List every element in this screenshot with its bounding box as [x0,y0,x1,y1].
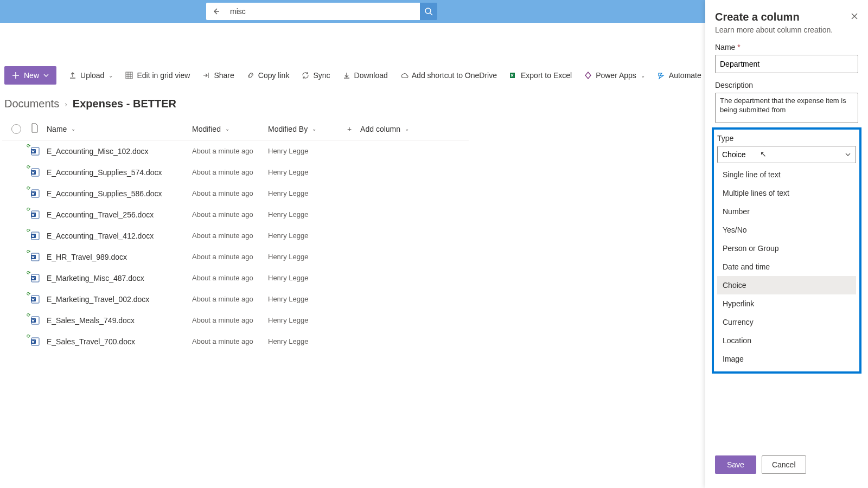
type-option[interactable]: Currency [717,313,856,331]
type-option[interactable]: Multiple lines of text [717,184,856,202]
type-option[interactable]: Person or Group [717,239,856,258]
edit-grid-button[interactable]: Edit in grid view [119,68,195,83]
upload-button[interactable]: Upload ⌄ [63,68,118,83]
panel-title: Create a column [715,11,800,23]
file-name[interactable]: E_Sales_Travel_700.docx [47,337,192,346]
export-excel-button[interactable]: Export to Excel [503,68,577,83]
type-option[interactable]: Single line of text [717,165,856,184]
file-modified-by: Henry Legge [268,168,347,176]
download-button[interactable]: Download [337,68,393,83]
table-row[interactable]: ⟳E_Marketing_Misc_487.docxAbout a minute… [2,267,469,288]
column-header-modified[interactable]: Modified⌄ [192,125,268,133]
file-name[interactable]: E_Accounting_Supplies_586.docx [47,189,192,198]
share-button[interactable]: Share [196,68,239,83]
file-modified: About a minute ago [192,147,268,155]
type-option[interactable]: Choice [717,276,856,294]
copy-link-label: Copy link [258,71,290,80]
copy-link-button[interactable]: Copy link [241,68,295,83]
file-name[interactable]: E_Accounting_Misc_102.docx [47,147,192,156]
file-modified: About a minute ago [192,189,268,197]
table-row[interactable]: ⟳E_Accounting_Travel_256.docxAbout a min… [2,204,469,225]
power-apps-button[interactable]: Power Apps ⌄ [578,68,650,83]
type-option[interactable]: Yes/No [717,221,856,239]
file-name[interactable]: E_Accounting_Travel_412.docx [47,232,192,240]
file-modified: About a minute ago [192,274,268,282]
file-modified: About a minute ago [192,337,268,345]
grid-icon [125,71,133,80]
file-name[interactable]: E_Marketing_Travel_002.docx [47,295,192,304]
type-selected-value: Choice [722,150,746,159]
file-modified-by: Henry Legge [268,147,347,155]
word-doc-icon: ⟳ [30,273,40,283]
type-select[interactable]: Choice ↖ [717,146,856,163]
file-modified: About a minute ago [192,168,268,176]
add-shortcut-button[interactable]: Add shortcut to OneDrive [394,68,502,83]
file-modified-by: Henry Legge [268,337,347,345]
word-doc-icon: ⟳ [30,294,40,304]
search-button[interactable] [420,3,437,20]
arrow-left-icon [212,7,220,16]
learn-more-link[interactable]: Learn more about column creation. [715,25,858,34]
chevron-down-icon: ⌄ [405,126,409,132]
sync-icon [301,71,310,80]
cancel-button[interactable]: Cancel [762,455,806,474]
name-field-label: Name * [715,43,858,52]
type-option[interactable]: Number [717,202,856,221]
file-name[interactable]: E_HR_Travel_989.docx [47,253,192,261]
powerapps-icon [584,71,592,80]
sync-status-icon: ⟳ [27,185,31,191]
automate-label: Automate [669,71,701,80]
export-label: Export to Excel [521,71,572,80]
type-field-label: Type [717,134,856,143]
upload-icon [68,71,77,80]
add-column-button[interactable]: + Add column⌄ [347,125,409,133]
word-doc-icon: ⟳ [30,231,40,241]
sync-status-icon: ⟳ [27,143,31,149]
table-row[interactable]: ⟳E_Accounting_Supplies_586.docxAbout a m… [2,183,469,204]
type-option[interactable]: Hyperlink [717,294,856,313]
table-row[interactable]: ⟳E_Marketing_Travel_002.docxAbout a minu… [2,288,469,310]
column-header-modified-by[interactable]: Modified By⌄ [268,125,347,133]
chevron-down-icon: ⌄ [312,126,316,132]
share-icon [202,71,210,80]
table-row[interactable]: ⟳E_Accounting_Misc_102.docxAbout a minut… [2,140,469,162]
sync-status-icon: ⟳ [27,270,31,275]
table-row[interactable]: ⟳E_HR_Travel_989.docxAbout a minute agoH… [2,246,469,267]
excel-icon [509,71,518,80]
table-row[interactable]: ⟳E_Accounting_Supplies_574.docxAbout a m… [2,162,469,183]
breadcrumb-current: Expenses - BETTER [73,98,176,110]
file-modified: About a minute ago [192,295,268,303]
file-name[interactable]: E_Marketing_Misc_487.docx [47,274,192,282]
table-row[interactable]: ⟳E_Sales_Meals_749.docxAbout a minute ag… [2,310,469,331]
edit-grid-label: Edit in grid view [137,71,190,80]
search-input[interactable] [226,3,420,20]
type-option[interactable]: Image [717,350,856,368]
type-option[interactable]: Location [717,331,856,350]
sync-button[interactable]: Sync [296,68,335,83]
table-row[interactable]: ⟳E_Accounting_Travel_412.docxAbout a min… [2,225,469,246]
new-label: New [24,71,39,80]
file-name[interactable]: E_Sales_Meals_749.docx [47,316,192,325]
select-all-toggle[interactable] [11,124,21,134]
table-row[interactable]: ⟳E_Sales_Travel_700.docxAbout a minute a… [2,331,469,352]
type-dropdown: Single line of textMultiple lines of tex… [717,165,856,368]
sync-status-icon: ⟳ [27,164,31,170]
save-button[interactable]: Save [715,455,756,474]
file-name[interactable]: E_Accounting_Supplies_574.docx [47,168,192,177]
new-button[interactable]: New [4,66,56,85]
word-doc-icon: ⟳ [30,210,40,220]
search-back-button[interactable] [206,3,226,20]
column-name-input[interactable] [715,55,858,73]
file-modified-by: Henry Legge [268,295,347,303]
breadcrumb-root[interactable]: Documents [4,98,59,110]
column-description-input[interactable] [715,93,858,123]
column-header-name[interactable]: Name⌄ [47,125,192,133]
file-name[interactable]: E_Accounting_Travel_256.docx [47,210,192,219]
sync-status-icon: ⟳ [27,249,31,254]
word-doc-icon: ⟳ [30,337,40,346]
close-panel-button[interactable] [851,12,858,22]
type-option[interactable]: Date and time [717,258,856,276]
file-modified-by: Henry Legge [268,316,347,324]
file-modified-by: Henry Legge [268,189,347,197]
upload-label: Upload [80,71,104,80]
